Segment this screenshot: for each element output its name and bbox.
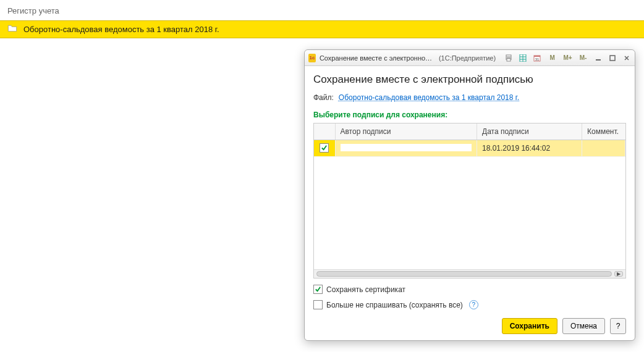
svg-rect-10 [596,59,601,61]
svg-rect-11 [610,56,615,61]
file-link[interactable]: Оборотно-сальдовая ведомость за 1 кварта… [339,93,519,102]
document-banner: Оборотно-сальдовая ведомость за 1 кварта… [0,20,644,38]
horizontal-scrollbar[interactable]: ▶ [314,269,625,278]
scrollbar-arrow-right[interactable]: ▶ [614,271,623,277]
calendar-icon[interactable]: 31 [532,52,543,64]
print-icon[interactable] [503,52,514,64]
dont-ask-checkbox[interactable] [313,300,323,309]
column-check [314,124,335,140]
row-checkbox[interactable] [314,140,335,157]
svg-text:31: 31 [535,57,540,61]
column-author[interactable]: Автор подписи [335,124,477,140]
inline-help-icon[interactable]: ? [469,300,478,309]
save-cert-option: Сохранять сертификат [313,285,626,294]
svg-rect-8 [534,56,540,57]
document-banner-text: Оборотно-сальдовая ведомость за 1 кварта… [23,25,219,34]
row-author [335,140,477,157]
dialog-footer: Сохранить Отмена ? [313,318,626,334]
folder-icon [7,25,17,34]
row-comment [582,140,625,157]
oneC-icon: 1c [308,54,316,62]
save-cert-checkbox[interactable] [313,285,323,294]
save-signature-dialog: 1c Сохранение вместе с электронной подпи… [304,49,635,341]
table-empty-area [314,157,625,269]
dialog-app-suffix: (1С:Предприятие) [439,54,496,62]
cancel-button[interactable]: Отмена [562,318,605,334]
dont-ask-label: Больше не спрашивать (сохранять все) [326,301,463,309]
dialog-heading: Сохранение вместе с электронной подписью [313,73,626,86]
minimize-icon[interactable] [593,52,603,64]
help-button[interactable]: ? [610,318,626,334]
page-title: Регистр учета [0,0,644,20]
signatures-table: Автор подписи Дата подписи Коммент. 18.0… [313,123,626,279]
page-title-text: Регистр учета [7,6,59,15]
row-date: 18.01.2019 16:44:02 [477,140,582,157]
file-label: Файл: [313,93,334,102]
dialog-titlebar: 1c Сохранение вместе с электронной подпи… [305,50,635,66]
m-minus-button[interactable]: M- [577,52,589,64]
svg-rect-0 [506,55,511,57]
scrollbar-thumb[interactable] [316,271,612,277]
m-button[interactable]: M [546,52,558,64]
column-comment[interactable]: Коммент. [582,124,625,140]
save-button[interactable]: Сохранить [502,318,557,334]
maximize-icon[interactable] [607,52,617,64]
section-label: Выберите подписи для сохранения: [313,111,626,119]
close-icon[interactable] [622,52,632,64]
table-row[interactable]: 18.01.2019 16:44:02 [314,140,625,157]
save-cert-label: Сохранять сертификат [326,285,405,294]
dont-ask-option: Больше не спрашивать (сохранять все) ? [313,300,626,309]
dialog-title: Сохранение вместе с электронной подпи... [320,54,435,62]
column-date[interactable]: Дата подписи [477,124,582,140]
svg-rect-2 [507,59,511,61]
calculator-icon[interactable] [517,52,528,64]
m-plus-button[interactable]: M+ [562,52,574,64]
file-row: Файл: Оборотно-сальдовая ведомость за 1 … [313,93,626,102]
